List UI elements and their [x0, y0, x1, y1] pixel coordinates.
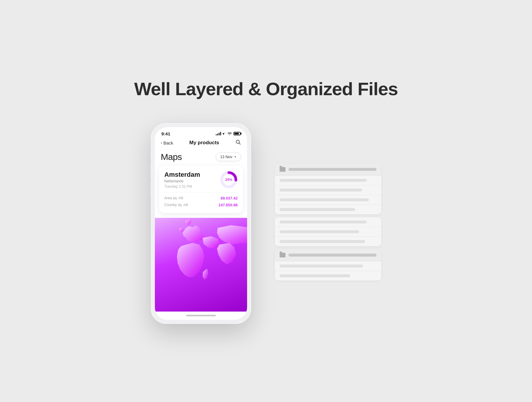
nav-title: My products — [189, 140, 219, 146]
card-divider — [164, 192, 238, 192]
stat-label-country: Country sq. mil — [164, 203, 188, 207]
layer-item — [275, 227, 381, 237]
status-icons: ▾˙ — [216, 132, 241, 136]
phone-mute-button — [150, 150, 151, 158]
layer-item-bar — [280, 179, 367, 182]
layer-group-3 — [275, 249, 381, 281]
nav-bar: ‹ Back My products — [155, 137, 247, 150]
layer-header-bar — [288, 168, 377, 171]
date-label: 13 Nov — [220, 155, 232, 159]
card-top: Amsterdam Netherlands Tuesday 2:31 PM — [164, 171, 238, 189]
stat-row-country: Country sq. mil 147.650.98 — [164, 202, 238, 208]
layer-item-bar — [280, 230, 359, 233]
folder-icon — [280, 167, 286, 172]
progress-donut: 26% — [220, 171, 238, 189]
layer-header-bar — [288, 254, 377, 257]
layer-item-bar — [280, 189, 362, 192]
folder-icon — [280, 253, 286, 257]
layer-item-bar — [280, 265, 363, 268]
layer-item-bar — [280, 221, 367, 223]
layer-item — [275, 237, 381, 246]
home-indicator — [155, 312, 247, 320]
date-badge[interactable]: 13 Nov ▼ — [216, 153, 241, 161]
layer-group-1-header — [275, 163, 381, 176]
layer-group-1 — [275, 163, 381, 214]
world-map-svg — [155, 218, 247, 312]
status-bar: 9:41 ▾˙ — [155, 127, 247, 137]
content-row: 9:41 ▾˙ — [151, 123, 381, 324]
layer-item — [275, 185, 381, 195]
stat-label-area: Area sq. mil — [164, 196, 183, 200]
layer-item — [275, 217, 381, 227]
layer-item — [275, 205, 381, 214]
chevron-left-icon: ‹ — [161, 140, 162, 145]
svg-line-1 — [239, 143, 241, 144]
phone-volume-down-button — [150, 182, 151, 196]
stat-value-area: 89.037.42 — [220, 196, 238, 200]
status-time: 9:41 — [161, 131, 170, 136]
stat-row-area: Area sq. mil 89.037.42 — [164, 195, 238, 202]
layer-item — [275, 195, 381, 205]
search-icon[interactable] — [235, 139, 241, 147]
donut-percent: 26% — [225, 178, 232, 182]
layers-panel — [275, 163, 381, 283]
maps-header: Maps 13 Nov ▼ — [155, 150, 247, 166]
layer-group-2 — [275, 217, 381, 246]
phone-mockup: 9:41 ▾˙ — [151, 123, 251, 324]
layer-item — [275, 271, 381, 281]
phone-power-button — [251, 158, 252, 176]
wifi-icon: ▾˙ — [223, 132, 226, 136]
phone-volume-up-button — [150, 164, 151, 179]
page-title: Well Layered & Organized Files — [134, 78, 398, 99]
back-label: Back — [163, 140, 173, 145]
map-area — [155, 218, 247, 312]
time-label: Tuesday 2:31 PM — [164, 184, 200, 189]
city-name: Amsterdam — [164, 171, 200, 179]
city-info: Amsterdam Netherlands Tuesday 2:31 PM — [164, 171, 200, 189]
maps-title: Maps — [161, 152, 182, 162]
chevron-down-icon: ▼ — [234, 155, 237, 158]
layer-item — [275, 176, 381, 185]
country-name: Netherlands — [164, 179, 200, 183]
stat-value-country: 147.650.98 — [218, 203, 238, 207]
layer-group-3-header — [275, 249, 381, 261]
layer-item — [275, 261, 381, 271]
info-card: Amsterdam Netherlands Tuesday 2:31 PM — [159, 166, 243, 213]
battery-icon — [233, 132, 241, 135]
phone-screen: 9:41 ▾˙ — [155, 127, 247, 320]
layer-item-bar — [280, 240, 365, 243]
home-bar — [186, 315, 216, 316]
wifi-icon-svg — [227, 132, 232, 135]
signal-icon — [216, 132, 221, 135]
layer-item-bar — [280, 198, 369, 201]
layer-item-bar — [280, 274, 350, 277]
back-button[interactable]: ‹ Back — [161, 140, 173, 145]
layer-item-bar — [280, 208, 355, 211]
